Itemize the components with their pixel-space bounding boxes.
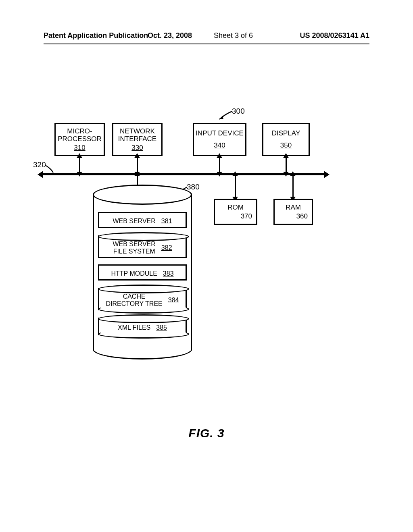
- slab-http-module: HTTP MODULE 383: [98, 264, 187, 281]
- box-rom-line1: ROM: [227, 204, 244, 212]
- ref-300-leader: [214, 110, 234, 123]
- page-header: Patent Application Publication Oct. 23, …: [44, 31, 369, 44]
- slab-cache-dir-tree-ref: 384: [168, 297, 179, 304]
- slab-web-server-ref: 381: [161, 218, 172, 225]
- box-netif-ref: 330: [131, 144, 143, 152]
- page: Patent Application Publication Oct. 23, …: [0, 0, 413, 532]
- bus-line: [42, 173, 325, 175]
- box-microprocessor-line1: MICRO-: [67, 127, 92, 135]
- figure-caption: FIG. 3: [0, 426, 413, 440]
- box-display: DISPLAY 350: [262, 123, 310, 156]
- slab-xml-files-label: XML FILES: [118, 324, 150, 331]
- slab-ws-filesystem-ref: 382: [161, 244, 172, 251]
- storage-cylinder: WEB SERVER 381 WEB SERVER FILE SYSTEM 38…: [93, 193, 192, 351]
- box-display-line1: DISPLAY: [272, 129, 300, 137]
- cylinder-top: [93, 185, 192, 205]
- slab-cache-dir-tree: CACHE DIRECTORY TREE 384: [98, 288, 187, 310]
- box-display-ref: 350: [280, 141, 292, 150]
- slab-ws-filesystem: WEB SERVER FILE SYSTEM 382: [98, 235, 187, 258]
- conn-netif-bus: [137, 157, 138, 172]
- figure-diagram: 300 MICRO- PROCESSOR 310 NETWORK INTERFA…: [32, 101, 363, 391]
- box-ram-ref: 360: [296, 212, 308, 220]
- box-microprocessor-line2: PROCESSOR: [58, 135, 102, 143]
- slab-web-server-label: WEB SERVER: [113, 218, 155, 225]
- box-ram-line1: RAM: [286, 204, 301, 212]
- box-netif-line1: NETWORK: [120, 127, 155, 135]
- conn-micro-bus: [79, 157, 80, 172]
- ref-320-leader: [44, 164, 56, 174]
- slab-web-server: WEB SERVER 381: [98, 212, 187, 228]
- box-microprocessor-ref: 310: [74, 144, 85, 152]
- slab-ws-filesystem-label: WEB SERVER FILE SYSTEM: [113, 241, 155, 255]
- ref-320-label: 320: [33, 160, 46, 169]
- box-input-line1: INPUT DEVICE: [196, 129, 244, 137]
- box-input-ref: 340: [214, 141, 225, 150]
- slab-cache-dir-tree-label: CACHE DIRECTORY TREE: [106, 293, 163, 307]
- box-netif-line2: INTERFACE: [118, 135, 156, 143]
- box-input-device: INPUT DEVICE 340: [193, 123, 246, 156]
- box-network-interface: NETWORK INTERFACE 330: [112, 123, 163, 156]
- header-publication-type: Patent Application Publication: [44, 31, 148, 40]
- slab-xml-files: XML FILES 385: [98, 318, 187, 335]
- conn-bus-ram: [292, 175, 294, 197]
- box-rom-ref: 370: [241, 212, 252, 220]
- slab-http-module-label: HTTP MODULE: [111, 270, 157, 277]
- conn-bus-rom: [235, 175, 236, 197]
- slab-http-module-ref: 383: [163, 270, 174, 277]
- box-rom: ROM 370: [214, 199, 257, 225]
- header-pub-number: US 2008/0263141 A1: [300, 31, 369, 40]
- header-date: Oct. 23, 2008: [148, 31, 192, 40]
- slab-xml-files-ref: 385: [156, 324, 167, 331]
- header-sheet: Sheet 3 of 6: [214, 31, 253, 40]
- conn-display-bus: [286, 157, 287, 172]
- box-microprocessor: MICRO- PROCESSOR 310: [54, 123, 105, 156]
- box-ram: RAM 360: [273, 199, 313, 225]
- conn-input-bus: [219, 157, 220, 172]
